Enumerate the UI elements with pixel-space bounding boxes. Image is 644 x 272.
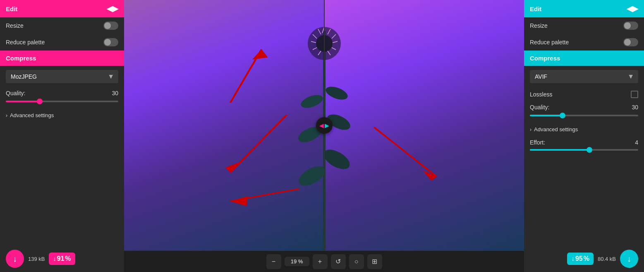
left-resize-row: Resize (0, 17, 124, 34)
right-quality-slider-container (530, 113, 638, 120)
right-effort-value: 4 (635, 139, 638, 146)
right-download-button[interactable]: ↓ (620, 250, 638, 268)
left-edit-header[interactable]: Edit ◀▶ (0, 0, 124, 17)
left-download-icon: ↓ (13, 254, 17, 264)
left-advanced-settings-row[interactable]: › Advanced settings (0, 109, 124, 122)
right-quality-label: Quality: (530, 104, 549, 111)
circle-icon: ○ (354, 258, 359, 265)
right-reduce-palette-toggle[interactable] (623, 38, 638, 46)
right-effort-slider-container (524, 147, 644, 155)
left-download-button[interactable]: ↓ (6, 250, 24, 268)
right-edit-chevron-icon[interactable]: ◀▶ (627, 4, 638, 13)
left-format-select-wrapper: MozJPEG AVIF WebP PNG ▼ (6, 70, 118, 83)
split-arrow-right-icon: ▶ (325, 122, 329, 129)
zoom-unit: % (298, 258, 303, 265)
right-effort-row: Effort: 4 (524, 136, 644, 147)
right-quality-row: Quality: 30 (530, 101, 638, 113)
layout-icon: ⊞ (372, 258, 377, 265)
left-advanced-chevron-icon: › (6, 113, 7, 118)
split-handle[interactable]: ◀ ▶ (316, 117, 333, 134)
right-advanced-settings-label: Advanced settings (534, 126, 578, 132)
right-panel: Edit ◀▶ Resize Reduce palette Compress A… (524, 0, 644, 272)
rotate-button[interactable]: ↺ (331, 254, 346, 269)
right-advanced-settings-row[interactable]: › Advanced settings (524, 123, 644, 136)
right-resize-row: Resize (524, 17, 644, 34)
right-resize-toggle[interactable] (623, 22, 638, 30)
right-percent-symbol: % (584, 255, 589, 262)
zoom-display: 19 % (285, 257, 309, 266)
split-arrow-left-icon: ◀ (319, 122, 324, 129)
left-percent-symbol: % (65, 255, 71, 262)
image-right (324, 0, 524, 250)
left-quality-label: Quality: (6, 90, 25, 96)
right-quality-slider-thumb (560, 113, 565, 118)
rotate-icon: ↺ (335, 258, 341, 265)
left-compress-header[interactable]: Compress (0, 51, 124, 66)
right-resize-label: Resize (530, 22, 548, 29)
right-lossless-row: Lossless (530, 87, 638, 101)
right-lossless-label: Lossless (530, 91, 552, 98)
right-format-select-wrapper: AVIF MozJPEG WebP PNG ▼ (530, 70, 638, 83)
image-container: ◀ ▶ (124, 0, 524, 250)
left-edit-chevron-icon[interactable]: ◀▶ (107, 4, 118, 13)
right-edit-header[interactable]: Edit ◀▶ (524, 0, 644, 17)
right-percent-value: 95 (575, 255, 583, 262)
zoom-plus-icon: + (318, 258, 322, 265)
right-percent-badge: ↓ 95 % (567, 253, 594, 265)
zoom-minus-icon: − (272, 258, 275, 265)
right-effort-label: Effort: (530, 139, 545, 146)
zoom-value: 19 (291, 258, 297, 265)
left-quality-slider-fill (6, 101, 40, 102)
right-effort-slider-thumb (587, 147, 592, 153)
right-compress-label: Compress (530, 55, 560, 62)
right-compress-section: AVIF MozJPEG WebP PNG ▼ Lossless Quality… (524, 66, 644, 123)
right-quality-slider-fill (530, 115, 563, 116)
left-edit-label: Edit (6, 5, 17, 12)
left-quality-value: 30 (112, 90, 118, 96)
right-bottom-bar: ↓ 95 % 80.4 kB ↓ (524, 246, 644, 272)
right-lossless-checkbox[interactable] (631, 91, 638, 98)
center-area: ◀ ▶ − 19 % + ↺ ○ ⊞ (124, 0, 524, 272)
right-reduce-palette-row: Reduce palette (524, 34, 644, 51)
bottom-toolbar: − 19 % + ↺ ○ ⊞ (124, 250, 524, 272)
zoom-plus-button[interactable]: + (313, 254, 328, 269)
right-file-size: 80.4 kB (598, 256, 616, 262)
left-compress-section: MozJPEG AVIF WebP PNG ▼ Quality: 30 (0, 66, 124, 109)
split-arrows-icon: ◀ ▶ (319, 122, 329, 129)
left-file-size: 139 kB (28, 256, 45, 262)
left-quality-slider-thumb (37, 99, 43, 104)
left-quality-slider-container (6, 99, 118, 106)
right-reduce-palette-label: Reduce palette (530, 39, 569, 46)
right-compress-header[interactable]: Compress (524, 51, 644, 66)
layout-button[interactable]: ⊞ (367, 254, 382, 269)
left-reduce-palette-toggle[interactable] (103, 38, 118, 46)
left-percent-value: 91 (57, 255, 64, 262)
right-quality-value: 30 (632, 104, 638, 111)
image-left (124, 0, 324, 250)
circle-button[interactable]: ○ (349, 254, 364, 269)
right-download-icon: ↓ (627, 254, 631, 264)
left-compress-label: Compress (6, 55, 36, 62)
left-advanced-settings-label: Advanced settings (10, 112, 54, 118)
right-percent-arrow-icon: ↓ (571, 255, 575, 262)
right-effort-slider-fill (530, 149, 589, 151)
right-advanced-chevron-icon: › (530, 127, 531, 132)
right-edit-label: Edit (530, 5, 541, 12)
left-resize-toggle[interactable] (103, 22, 118, 30)
left-quality-row: Quality: 30 (6, 87, 118, 99)
left-reduce-palette-label: Reduce palette (6, 39, 45, 46)
left-quality-slider[interactable] (6, 101, 118, 102)
left-format-select[interactable]: MozJPEG AVIF WebP PNG (6, 70, 118, 83)
right-effort-slider[interactable] (530, 149, 638, 151)
left-reduce-palette-row: Reduce palette (0, 34, 124, 51)
zoom-minus-button[interactable]: − (266, 254, 281, 269)
left-bottom-bar: ↓ 139 kB ↓ 91 % (0, 246, 124, 272)
left-percent-arrow-icon: ↓ (53, 255, 56, 262)
right-format-select[interactable]: AVIF MozJPEG WebP PNG (530, 70, 638, 83)
right-quality-slider[interactable] (530, 115, 638, 116)
left-panel: Edit ◀▶ Resize Reduce palette Compress M… (0, 0, 124, 272)
left-resize-label: Resize (6, 22, 24, 29)
left-percent-badge: ↓ 91 % (49, 253, 75, 265)
